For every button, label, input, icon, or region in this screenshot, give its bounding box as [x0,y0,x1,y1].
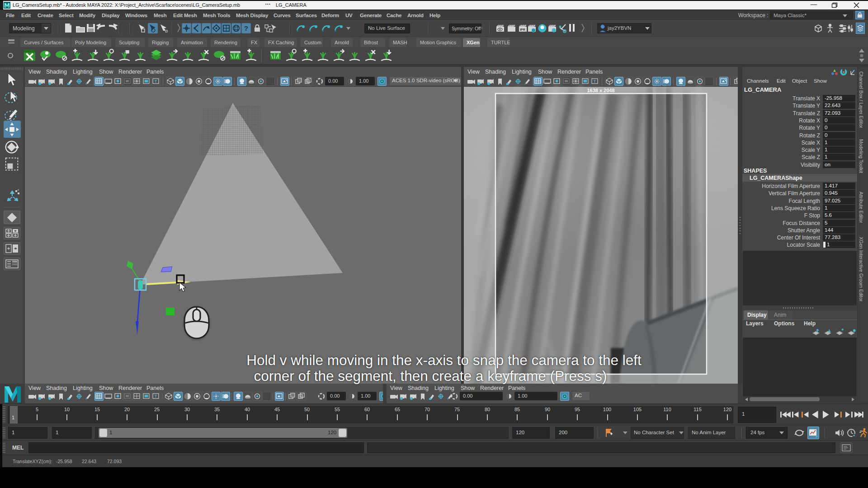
svg-text:IPR: IPR [520,28,525,31]
svg-text:80: 80 [485,407,490,412]
svg-text:115: 115 [693,407,702,412]
svg-text:40: 40 [245,407,250,412]
svg-text:90: 90 [545,407,550,412]
svg-text:45: 45 [274,407,280,412]
svg-text:T: T [155,394,157,399]
svg-text:60: 60 [364,407,370,412]
svg-text:85: 85 [514,407,520,412]
svg-text:25: 25 [154,407,160,412]
svg-text:100: 100 [603,407,611,412]
svg-text:70: 70 [425,407,430,412]
svg-text:95: 95 [575,407,580,412]
svg-text:10: 10 [64,407,70,412]
svg-text:5: 5 [36,407,38,412]
svg-text:105: 105 [633,407,642,412]
svg-text:50: 50 [304,407,310,412]
svg-text:?: ? [244,24,248,32]
svg-text:30: 30 [184,407,190,412]
svg-text:65: 65 [395,407,400,412]
svg-text:75: 75 [454,407,460,412]
svg-text:T: T [594,79,596,84]
svg-text:T: T [155,79,157,84]
svg-text:35: 35 [214,407,220,412]
svg-text:15: 15 [94,407,100,412]
svg-text:120: 120 [723,407,731,412]
svg-text:1638 x 2048: 1638 x 2048 [587,88,614,93]
svg-text:55: 55 [335,407,340,412]
svg-text:110: 110 [663,407,671,412]
svg-text:20: 20 [124,407,130,412]
